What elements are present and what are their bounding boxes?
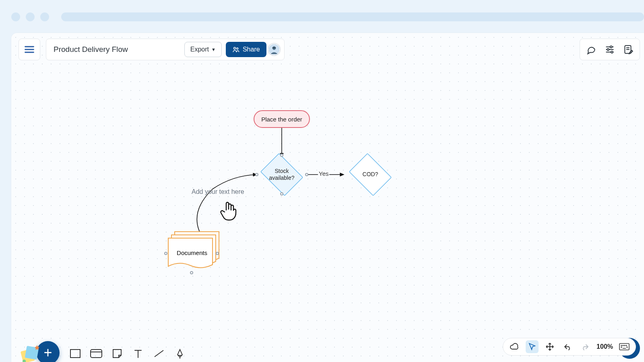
svg-rect-22 <box>70 350 80 358</box>
svg-point-31 <box>626 345 627 346</box>
line-icon <box>153 349 165 358</box>
settings-button[interactable] <box>602 41 618 58</box>
node-start[interactable]: Place the order <box>254 110 310 128</box>
svg-point-9 <box>610 46 612 48</box>
sticky-note-icon <box>112 349 122 358</box>
svg-point-4 <box>237 48 238 49</box>
svg-point-33 <box>627 347 627 348</box>
document-title[interactable]: Product Delivery Flow <box>54 45 128 54</box>
undo-button[interactable] <box>561 340 574 353</box>
hamburger-icon <box>24 44 35 55</box>
tool-card[interactable] <box>90 348 102 360</box>
node-stock-available-label: Stock available? <box>269 168 294 182</box>
select-tool-button[interactable] <box>526 340 539 353</box>
main-menu-button[interactable] <box>19 39 40 60</box>
chrome-dot <box>11 12 20 21</box>
move-icon <box>545 342 554 351</box>
top-right-toolbar <box>580 39 640 60</box>
sliders-icon <box>605 44 615 55</box>
tool-text[interactable] <box>132 348 144 360</box>
text-icon <box>134 349 142 358</box>
svg-rect-7 <box>272 47 276 48</box>
node-documents[interactable]: Documents <box>168 234 223 273</box>
keyboard-shortcuts-button[interactable] <box>618 340 631 353</box>
browser-chrome <box>0 12 644 22</box>
bottom-right-toolbar: 100% <box>503 338 636 356</box>
bottom-left-toolbox: + <box>19 341 186 362</box>
cloud-icon <box>510 343 519 351</box>
pen-icon <box>175 348 185 359</box>
edge-text-hint[interactable]: Add your text here <box>192 188 244 195</box>
svg-rect-23 <box>91 350 102 358</box>
notes-button[interactable] <box>620 41 636 58</box>
chrome-address-bar <box>61 12 644 21</box>
bottom-right-area: 100% ? <box>616 338 640 359</box>
export-label: Export <box>190 46 209 53</box>
cloud-sync-button[interactable] <box>508 340 521 353</box>
comments-button[interactable] <box>583 41 599 58</box>
pan-tool-button[interactable] <box>543 340 556 353</box>
avatar-icon <box>269 43 279 56</box>
tool-line[interactable] <box>153 348 165 360</box>
svg-point-28 <box>621 345 622 346</box>
cursor-hand-icon <box>219 200 239 222</box>
node-cod[interactable]: COD? <box>346 156 394 193</box>
svg-line-25 <box>155 350 163 357</box>
svg-rect-27 <box>619 343 629 350</box>
share-label: Share <box>243 46 260 53</box>
note-edit-icon <box>623 44 634 55</box>
title-toolbar: Product Delivery Flow Export ▼ Share <box>46 39 285 60</box>
keyboard-icon <box>619 343 630 350</box>
svg-point-13 <box>611 51 613 53</box>
node-cod-label: COD? <box>363 171 378 178</box>
people-icon <box>232 46 239 53</box>
share-button[interactable]: Share <box>226 42 266 57</box>
card-icon <box>90 349 102 358</box>
chrome-dot <box>26 12 35 21</box>
chevron-down-icon: ▼ <box>211 47 216 52</box>
templates-icon <box>19 343 41 362</box>
cursor-icon <box>528 342 537 351</box>
tool-pen[interactable] <box>174 348 186 360</box>
plus-icon: + <box>43 346 52 360</box>
tool-rectangle[interactable] <box>69 348 81 360</box>
redo-button[interactable] <box>579 340 592 353</box>
chrome-dot <box>40 12 49 21</box>
edge-yes-label[interactable]: Yes <box>318 170 329 177</box>
svg-point-29 <box>623 345 623 346</box>
rectangle-icon <box>70 349 80 358</box>
tool-sticky[interactable] <box>111 348 123 360</box>
node-documents-label: Documents <box>168 249 216 256</box>
svg-point-32 <box>621 347 622 348</box>
export-button[interactable]: Export ▼ <box>184 42 222 57</box>
canvas-stage[interactable]: Product Delivery Flow Export ▼ Share <box>11 33 644 362</box>
svg-point-30 <box>624 345 625 346</box>
redo-icon <box>581 343 590 350</box>
node-start-label: Place the order <box>261 116 302 123</box>
svg-point-11 <box>607 49 609 51</box>
comment-icon <box>586 44 597 55</box>
user-avatar[interactable] <box>268 43 280 56</box>
templates-button[interactable] <box>19 343 41 362</box>
node-stock-available[interactable]: Stock available? <box>258 156 306 193</box>
zoom-level[interactable]: 100% <box>597 343 613 350</box>
svg-point-3 <box>234 47 236 49</box>
undo-icon <box>563 343 572 350</box>
